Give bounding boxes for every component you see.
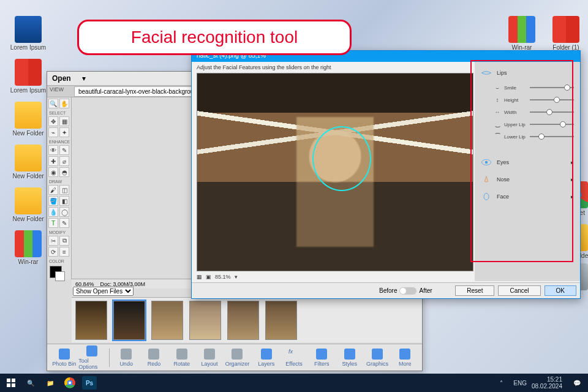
lips-icon (481, 69, 492, 77)
lasso-tool[interactable]: ⌁ (48, 127, 58, 137)
view-tab[interactable]: VIEW (50, 86, 64, 92)
ps-taskbar-button[interactable]: Ps (82, 376, 97, 390)
before-after-toggle[interactable]: Before After (379, 287, 432, 295)
chrome-taskbar-button[interactable] (62, 376, 77, 390)
thumb[interactable] (151, 301, 183, 340)
nose-icon (481, 176, 492, 183)
desktop-icon-winrar[interactable]: Win-rar (503, 16, 540, 51)
rotate-button[interactable]: Rotate (168, 349, 195, 367)
color-swatch[interactable] (50, 266, 62, 278)
width-icon: ↔ (494, 109, 500, 115)
reset-button[interactable]: Reset (455, 285, 494, 296)
redeye-tool[interactable]: 👁 (48, 145, 58, 155)
zoom-level[interactable]: 60.84% (75, 281, 94, 287)
brush-tool[interactable]: 🖌 (48, 185, 58, 195)
time: 15:21 (532, 376, 562, 383)
face-detection-circle[interactable] (312, 126, 371, 191)
cancel-button[interactable]: Cancel (498, 285, 540, 296)
thumb[interactable] (189, 301, 221, 340)
toggle-icon[interactable] (399, 287, 417, 295)
icon-label: Win-rar (18, 258, 39, 265)
open-chevron-icon[interactable]: ▾ (82, 74, 86, 83)
svg-rect-4 (12, 379, 15, 382)
desktop-icon-folder[interactable]: New Folder (10, 187, 47, 222)
eraser-tool[interactable]: ◫ (59, 185, 69, 195)
filmstrip-select[interactable]: Show Open Files (73, 287, 134, 296)
fill-tool[interactable]: 🪣 (48, 196, 58, 206)
hand-tool[interactable]: ✋ (59, 99, 69, 108)
thumb[interactable] (227, 301, 259, 340)
dialog-sidepanel: Lips ⌣Smile ↕Height ↔Width ‿Upper Lip ⁀L… (475, 62, 580, 281)
more-button[interactable]: More (392, 349, 418, 367)
desktop-icon-pc[interactable]: Lorem Ipsum (10, 16, 47, 51)
thumb[interactable] (265, 301, 297, 340)
chevron-down-icon[interactable]: ▾ (235, 274, 238, 280)
taskbar-clock[interactable]: 15:21 08.02.2024 (532, 376, 562, 390)
height-slider[interactable]: ↕Height (494, 97, 574, 103)
nose-section[interactable]: Nose▸ (481, 172, 574, 187)
notifications-button[interactable]: 💬 (570, 376, 584, 390)
wand-tool[interactable]: ✦ (59, 127, 69, 137)
blur-tool[interactable]: ◉ (48, 167, 58, 177)
organizer-button[interactable]: Organizer (224, 349, 251, 367)
thumb-selected[interactable] (113, 301, 145, 340)
desktop-icon-winrar[interactable]: Win-rar (10, 230, 47, 265)
dialog-canvas[interactable] (197, 73, 473, 271)
svg-point-2 (484, 194, 489, 200)
picker-tool[interactable]: 💧 (48, 207, 58, 217)
explorer-button[interactable]: 📁 (43, 376, 58, 390)
folder-icon (15, 187, 42, 214)
clone-tool[interactable]: ⌀ (59, 156, 69, 166)
straighten-tool[interactable]: ≡ (59, 247, 69, 257)
zoom-tool[interactable]: 🔍 (48, 99, 58, 108)
desktop-icon-folder[interactable]: New Folder (10, 145, 47, 179)
crop-tool[interactable]: ✂ (48, 236, 58, 246)
move-tool[interactable]: ✥ (48, 116, 58, 126)
contentmove-tool[interactable]: ⟳ (48, 247, 58, 257)
pencil-tool[interactable]: ✎ (59, 218, 69, 228)
layers-button[interactable]: Layers (253, 349, 279, 367)
undo-button[interactable]: Undo (113, 349, 139, 367)
open-menu[interactable]: Open (52, 74, 71, 83)
desktop-icon-books[interactable]: Lorem Ipsum (10, 59, 47, 94)
desktop-icon-folder[interactable]: New Folder (10, 102, 47, 137)
lower-lip-slider[interactable]: ⁀Lower Lip (494, 134, 574, 140)
search-button[interactable]: 🔍 (23, 376, 38, 390)
graphics-button[interactable]: Graphics (364, 349, 390, 367)
width-slider[interactable]: ↔Width (494, 109, 574, 115)
svg-rect-6 (12, 383, 15, 387)
start-button[interactable] (4, 376, 18, 390)
smile-slider[interactable]: ⌣Smile (494, 85, 574, 91)
desktop-icon-folder[interactable]: Folder (1) (548, 16, 584, 51)
recompose-tool[interactable]: ⧉ (59, 236, 69, 246)
gradient-tool[interactable]: ◧ (59, 196, 69, 206)
face-section[interactable]: Face▸ (481, 189, 574, 204)
lips-section[interactable]: Lips (481, 66, 574, 80)
language-indicator[interactable]: ENG (513, 380, 527, 386)
upper-lip-slider[interactable]: ‿Upper Lip (494, 121, 574, 127)
zoom-value[interactable]: 85.1% (215, 274, 231, 280)
ok-button[interactable]: OK (545, 285, 576, 296)
doc-size: Doc: 3,00M/3,00M (100, 281, 146, 287)
marquee-tool[interactable]: ▦ (59, 116, 69, 126)
fit-icon[interactable]: ▦ (197, 274, 202, 280)
effects-button[interactable]: fxEffects (281, 349, 307, 367)
folder-icon (15, 102, 42, 129)
tooloptions-button[interactable]: Tool Options (78, 345, 105, 370)
redo-button[interactable]: Redo (141, 349, 167, 367)
photobin-button[interactable]: Photo Bin (51, 349, 77, 367)
heal-tool[interactable]: ✚ (48, 156, 58, 166)
eyes-section[interactable]: Eyes▸ (481, 155, 574, 170)
shape-tool[interactable]: ◯ (59, 207, 69, 217)
text-tool[interactable]: T (48, 218, 58, 228)
whiten-tool[interactable]: ✎ (59, 145, 69, 155)
thumb[interactable] (75, 301, 107, 340)
sponge-tool[interactable]: ◓ (59, 167, 69, 177)
face-icon (481, 193, 492, 200)
actual-icon[interactable]: ▣ (206, 274, 211, 280)
before-label: Before (379, 287, 397, 294)
filters-button[interactable]: Filters (309, 349, 335, 367)
tray-chevron-icon[interactable]: ˄ (494, 376, 508, 390)
styles-button[interactable]: Styles (336, 349, 363, 367)
layout-button[interactable]: Layout (196, 349, 222, 367)
